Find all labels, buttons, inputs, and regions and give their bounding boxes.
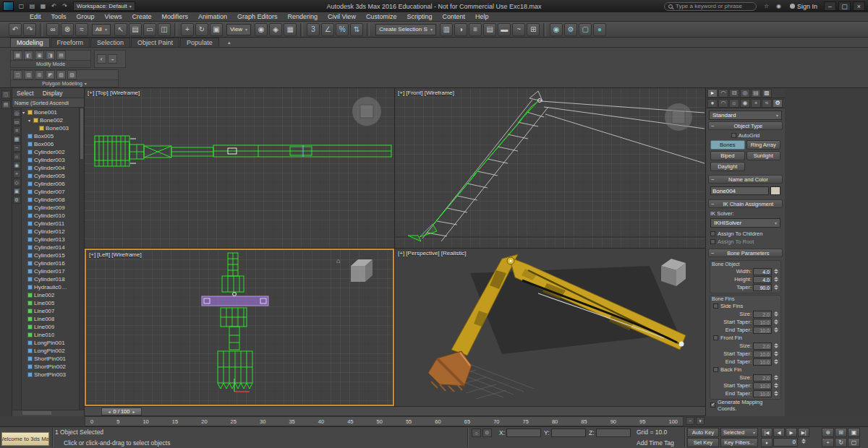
parameter-value-field[interactable]: 2.0: [753, 311, 772, 318]
helpers-category-icon[interactable]: +: [751, 99, 761, 108]
ribbon-tool-icon-10[interactable]: ▧: [56, 70, 66, 79]
tree-row[interactable]: LongPin002: [22, 347, 79, 355]
object-type-button[interactable]: Daylight: [710, 162, 745, 171]
tree-row[interactable]: Line005: [22, 299, 79, 307]
tree-row[interactable]: Cylinder013: [22, 236, 79, 244]
menu-item[interactable]: Views: [100, 12, 127, 22]
expand-arrow-icon[interactable]: [22, 110, 27, 115]
set-key-button[interactable]: Set Key: [687, 438, 719, 447]
previous-frame-arrow-icon[interactable]: ◂: [109, 409, 111, 414]
material-editor-icon[interactable]: ◉: [550, 23, 563, 36]
menu-item[interactable]: Content: [437, 12, 470, 22]
maximize-button[interactable]: ▢: [838, 1, 851, 11]
spinner-control[interactable]: [773, 327, 779, 332]
selection-filter-dropdown[interactable]: All ▾: [92, 24, 111, 35]
hierarchy-tab-icon[interactable]: ⊟: [729, 89, 739, 98]
tree-row[interactable]: Line010: [22, 331, 79, 339]
viewport-perspective[interactable]: [+] [Perspective] [Realistic]: [395, 249, 705, 406]
tree-row[interactable]: Cylinder018: [22, 275, 79, 283]
viewport-top[interactable]: [+] [Top] [Wireframe]: [85, 88, 394, 248]
explorer-horizontal-scrollbar[interactable]: [12, 410, 84, 416]
menu-item[interactable]: Scripting: [401, 12, 437, 22]
ribbon-tab[interactable]: Populate: [180, 38, 219, 47]
parameter-value-field[interactable]: 4.0: [753, 276, 772, 283]
rollout-header[interactable]: − Object Type: [708, 121, 783, 130]
spinner-control[interactable]: [773, 311, 779, 316]
auto-key-button[interactable]: Auto Key: [687, 428, 719, 437]
maximize-viewport-toggle-icon[interactable]: ▢: [848, 438, 860, 447]
tree-row[interactable]: Cylinder010: [22, 212, 79, 220]
save-file-icon[interactable]: ▦: [38, 1, 48, 11]
ribbon-tool-icon-11[interactable]: ▨: [67, 70, 77, 79]
tree-row[interactable]: Cylinder005: [22, 172, 79, 180]
spinner-control[interactable]: [773, 269, 779, 274]
spinner-control[interactable]: [773, 285, 779, 290]
communication-center-icon[interactable]: ◉: [774, 1, 783, 11]
spinner-control[interactable]: [773, 277, 779, 282]
bind-to-space-warp-icon[interactable]: ≈: [75, 23, 88, 36]
ik-solver-dropdown[interactable]: IKHISolver ▾: [710, 218, 780, 228]
mirror-icon[interactable]: ◑: [454, 23, 467, 36]
layer-manager-icon[interactable]: ▤: [483, 23, 496, 36]
tree-row[interactable]: Cylinder012: [22, 228, 79, 236]
motion-tab-icon[interactable]: ◎: [740, 89, 750, 98]
curve-editor-icon[interactable]: ~: [512, 23, 525, 36]
redo-quick-icon[interactable]: ↷: [60, 1, 69, 11]
lights-category-icon[interactable]: ☼: [729, 99, 739, 108]
autogrid-checkbox[interactable]: [731, 133, 736, 138]
tree-row[interactable]: Cylinder008: [22, 196, 79, 204]
reference-coordinate-dropdown[interactable]: View ▾: [226, 24, 251, 35]
tree-row[interactable]: Cylinder015: [22, 251, 79, 259]
open-file-icon[interactable]: ▤: [27, 1, 37, 11]
ribbon-panel-label[interactable]: Polygon Modeling▾: [11, 79, 118, 87]
filter-geometry-icon[interactable]: ▦: [13, 135, 21, 143]
menu-item[interactable]: Modifiers: [156, 12, 193, 22]
zoom-all-icon[interactable]: ⊞: [835, 428, 847, 437]
parameter-value-field[interactable]: 4.0: [753, 268, 772, 275]
selection-region-icon[interactable]: ▭: [143, 23, 156, 36]
menu-item[interactable]: Group: [72, 12, 100, 22]
viewport-label[interactable]: [+] [Perspective] [Realistic]: [398, 250, 466, 257]
tree-row[interactable]: Line002: [22, 291, 79, 299]
geometry-category-icon[interactable]: ●: [707, 99, 718, 108]
orbit-icon[interactable]: ↻: [835, 438, 847, 447]
menu-item[interactable]: Create: [127, 12, 156, 22]
render-production-icon[interactable]: ●: [593, 23, 606, 36]
ribbon-tool-icon-4[interactable]: ◨: [46, 51, 55, 60]
parameter-value-field[interactable]: 10.0: [753, 319, 772, 326]
object-color-swatch[interactable]: [770, 186, 780, 195]
workspace-dropdown[interactable]: Workspace: Default ▾: [73, 1, 135, 11]
ribbon-tab[interactable]: Modeling: [10, 38, 50, 47]
shapes-category-icon[interactable]: ◠: [718, 99, 728, 108]
explorer-column-header[interactable]: Name (Sorted Ascendi: [12, 98, 84, 108]
rollout-header[interactable]: − Name and Color: [708, 175, 783, 184]
display-tab-icon[interactable]: ▤: [751, 89, 761, 98]
isolate-selection-toggle[interactable]: ○: [472, 428, 481, 437]
unlink-selection-icon[interactable]: ⊗: [61, 23, 74, 36]
ribbon-tool-icon-5[interactable]: ▤: [56, 51, 66, 60]
spinner-control[interactable]: [773, 343, 779, 348]
menu-item[interactable]: Tools: [46, 12, 72, 22]
object-type-button[interactable]: Bones: [710, 140, 745, 150]
object-type-button[interactable]: Biped: [710, 151, 745, 160]
filter-helpers-icon[interactable]: +: [13, 170, 21, 178]
key-filters-button[interactable]: Key Filters...: [720, 438, 758, 447]
display-children-icon[interactable]: ≡: [13, 126, 21, 134]
rollout-header[interactable]: − IK Chain Assignment: [708, 199, 783, 208]
close-button[interactable]: ×: [853, 1, 865, 11]
tree-row[interactable]: Box005: [22, 132, 79, 140]
dock-handle-icon[interactable]: ◫: [1, 90, 11, 99]
mini-curve-editor-icon[interactable]: ~: [686, 417, 694, 425]
spinner-control[interactable]: [773, 319, 779, 324]
rollout-header[interactable]: − Bone Parameters: [708, 249, 783, 257]
explorer-menu-item[interactable]: Select: [17, 90, 34, 97]
schematic-view-icon[interactable]: ⊞: [527, 23, 540, 36]
tree-row[interactable]: Cylinder007: [22, 188, 79, 196]
assign-to-children-checkbox[interactable]: [710, 231, 715, 236]
tree-row[interactable]: Cylinder016: [22, 259, 79, 267]
undo-quick-icon[interactable]: ↶: [49, 1, 59, 11]
filter-lights-icon[interactable]: ☼: [13, 152, 21, 160]
tree-row[interactable]: Hydraulic001: [22, 283, 79, 291]
viewport-label[interactable]: [+] [Left] [Wireframe]: [89, 251, 142, 258]
z-coordinate-field[interactable]: [596, 428, 631, 437]
